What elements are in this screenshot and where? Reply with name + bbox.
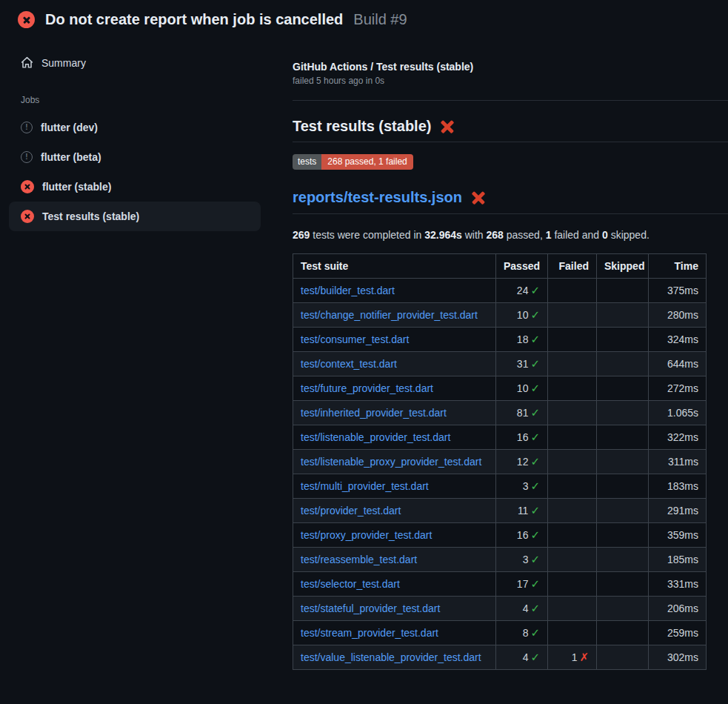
suite-link[interactable]: test/context_test.dart [301,358,397,370]
suite-link[interactable]: test/listenable_proxy_provider_test.dart [301,456,481,468]
table-row: test/change_notifier_provider_test.dart1… [293,303,707,328]
column-header-test-suite: Test suite [293,254,496,279]
time-cell: 259ms [649,621,707,645]
passed-cell: 4✓ [496,645,548,670]
time-cell: 1.065s [649,401,707,425]
passed-count: 31 [517,358,529,370]
table-row: test/builder_test.dart24✓375ms [293,279,707,303]
failed-x-icon [440,119,455,134]
summary-text-part: with [462,229,487,241]
passed-cell: 17✓ [496,572,548,597]
suite-cell: test/proxy_provider_test.dart [293,523,496,548]
passed-count: 24 [517,285,529,296]
check-icon: ✓ [530,284,540,296]
passed-cell: 18✓ [496,328,548,352]
suite-cell: test/change_notifier_provider_test.dart [293,303,496,328]
suite-link[interactable]: test/stateful_provider_test.dart [301,602,440,614]
suite-cell: test/listenable_provider_test.dart [293,425,496,450]
check-icon: ✓ [530,308,540,321]
failed-cell [548,499,597,523]
suite-cell: test/inherited_provider_test.dart [293,401,496,425]
skipped-cell [597,499,649,523]
suite-link[interactable]: test/future_provider_test.dart [301,382,433,394]
run-title: Do not create report when job is cancell… [45,11,343,28]
suite-link[interactable]: test/builder_test.dart [301,285,395,296]
suite-link[interactable]: test/multi_provider_test.dart [301,480,429,492]
section-heading: Test results (stable) [293,118,431,135]
x-mark-icon: ✗ [579,651,589,663]
failed-cell [548,352,597,376]
report-file-link[interactable]: reports/test-results.json [293,189,462,206]
summary-text-part: 269 [293,229,310,241]
table-row: test/consumer_test.dart18✓324ms [293,328,707,352]
failed-cell [548,621,597,645]
summary-line: 269 tests were completed in 32.964s with… [293,229,728,241]
failed-cell [548,474,597,499]
skipped-cell [597,401,649,425]
run-header: Do not create report when job is cancell… [0,0,728,37]
passed-cell: 24✓ [496,279,548,303]
suite-link[interactable]: test/stream_provider_test.dart [301,627,438,639]
time-cell: 272ms [649,376,707,401]
failed-cell [548,450,597,474]
passed-cell: 16✓ [496,523,548,548]
failed-x-icon [471,190,486,205]
summary-text-part: failed and [552,229,603,241]
passed-cell: 10✓ [496,303,548,328]
passed-count: 4 [523,602,529,614]
passed-count: 18 [517,333,529,345]
sidebar-item-flutter-dev[interactable]: !flutter (dev) [9,113,261,142]
check-icon: ✓ [530,626,540,639]
suite-link[interactable]: test/selector_test.dart [301,578,400,590]
time-cell: 311ms [649,450,707,474]
failed-cell [548,328,597,352]
suite-link[interactable]: test/reassemble_test.dart [301,554,417,565]
skipped-cell [597,279,649,303]
summary-text-part: tests were completed in [310,229,424,241]
skipped-cell [597,450,649,474]
jobs-section-label: Jobs [21,95,293,105]
failed-cell [548,376,597,401]
failed-cell [548,279,597,303]
table-row: test/reassemble_test.dart3✓185ms [293,548,707,572]
skipped-cell [597,572,649,597]
suite-cell: test/listenable_proxy_provider_test.dart [293,450,496,474]
skipped-cell [597,621,649,645]
table-row: test/listenable_proxy_provider_test.dart… [293,450,707,474]
suite-link[interactable]: test/consumer_test.dart [301,333,409,345]
time-cell: 291ms [649,499,707,523]
passed-cell: 12✓ [496,450,548,474]
time-cell: 185ms [649,548,707,572]
passed-count: 3 [523,480,529,492]
passed-count: 8 [523,627,529,639]
failed-cell [548,523,597,548]
table-row: test/inherited_provider_test.dart81✓1.06… [293,401,707,425]
passed-cell: 8✓ [496,621,548,645]
suite-link[interactable]: test/provider_test.dart [301,505,401,517]
skipped-cell [597,352,649,376]
sidebar-item-label: Test results (stable) [42,210,139,222]
time-cell: 359ms [649,523,707,548]
column-header-skipped: Skipped [597,254,649,279]
suite-cell: test/future_provider_test.dart [293,376,496,401]
passed-cell: 3✓ [496,548,548,572]
cancelled-icon: ! [21,151,33,163]
suite-link[interactable]: test/value_listenable_provider_test.dart [301,651,481,663]
sidebar-item-summary[interactable]: Summary [0,50,293,75]
suite-link[interactable]: test/proxy_provider_test.dart [301,529,432,541]
passed-cell: 31✓ [496,352,548,376]
cancelled-icon: ! [21,122,33,133]
table-row: test/listenable_provider_test.dart16✓322… [293,425,707,450]
failed-x-circle-icon [21,210,34,223]
suite-cell: test/selector_test.dart [293,572,496,597]
sidebar-item-test-results-stable[interactable]: Test results (stable) [9,202,261,231]
sidebar-item-flutter-stable[interactable]: flutter (stable) [9,172,261,202]
sidebar-item-flutter-beta[interactable]: !flutter (beta) [9,142,261,172]
suite-cell: test/provider_test.dart [293,499,496,523]
suite-link[interactable]: test/change_notifier_provider_test.dart [301,309,478,321]
suite-link[interactable]: test/listenable_provider_test.dart [301,431,450,443]
sidebar-item-label: flutter (beta) [41,151,101,163]
badge-value: 268 passed, 1 failed [321,154,413,170]
x-glyph [21,210,34,223]
suite-link[interactable]: test/inherited_provider_test.dart [301,407,447,419]
